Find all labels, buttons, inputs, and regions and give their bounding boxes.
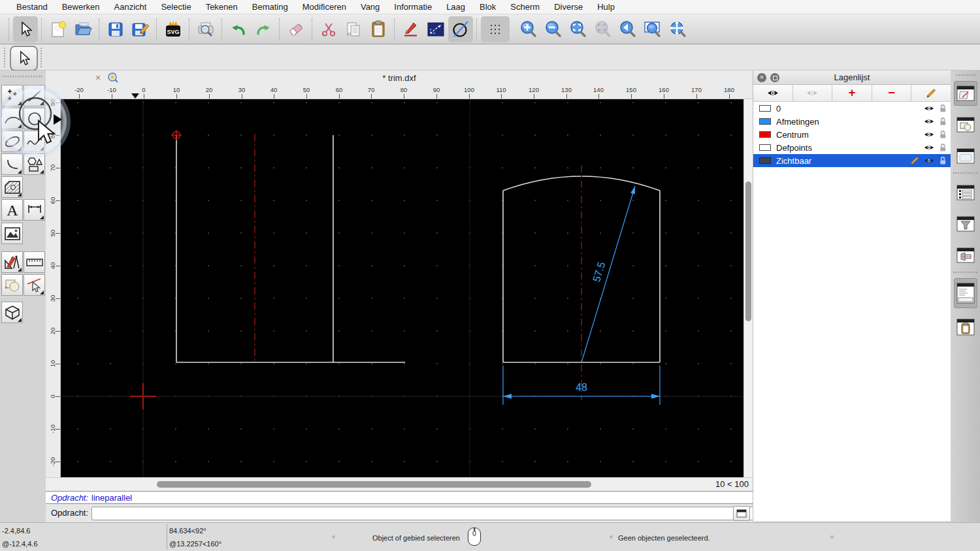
solid-3d-tool-button[interactable] <box>1 302 23 323</box>
eye-icon[interactable] <box>924 105 934 112</box>
text-tool-button[interactable]: A <box>1 199 23 221</box>
polyline-tool-button[interactable] <box>1 153 23 175</box>
menu-blok[interactable]: Blok <box>472 0 503 14</box>
circle-tool-button[interactable] <box>448 16 473 42</box>
menu-diverse[interactable]: Diverse <box>547 0 590 14</box>
redo-button[interactable] <box>251 16 276 42</box>
image-tool-button[interactable] <box>1 223 23 244</box>
zoom-auto-button[interactable] <box>566 16 591 42</box>
layer-row-defpoints[interactable]: Defpoints <box>753 141 951 154</box>
eye-icon[interactable] <box>924 131 934 138</box>
layer-row-0[interactable]: 0 <box>753 102 951 115</box>
ruler-label: 80 <box>394 86 414 93</box>
horizontal-scrollbar[interactable]: 10 < 100 <box>46 477 753 491</box>
dock-layer-list-button[interactable] <box>954 81 977 106</box>
clipboard-icon <box>370 20 387 39</box>
layer-row-afmetingen[interactable]: Afmetingen <box>753 115 951 128</box>
delete-button[interactable] <box>284 16 308 42</box>
menu-scherm[interactable]: Scherm <box>503 0 547 14</box>
toolbar-drag-handle[interactable] <box>4 48 7 67</box>
horizontal-scrollbar-thumb[interactable] <box>157 481 591 488</box>
zoom-back-button[interactable] <box>615 16 640 42</box>
print-preview-button[interactable] <box>193 16 218 42</box>
vertical-scrollbar[interactable] <box>743 99 753 479</box>
menu-aanzicht[interactable]: Aanzicht <box>107 0 154 14</box>
remove-layer-button[interactable]: − <box>872 85 912 101</box>
undo-arrow-icon <box>229 21 248 38</box>
eye-icon[interactable] <box>924 157 934 164</box>
block-tool-button[interactable] <box>1 274 23 296</box>
active-select-tool-button[interactable] <box>10 46 38 71</box>
lock-icon[interactable] <box>939 143 947 152</box>
menu-informatie[interactable]: Informatie <box>387 0 439 14</box>
cad-drawing: 57.5 48 <box>61 99 743 477</box>
svg-text:+: + <box>346 32 350 38</box>
grid-toggle-button[interactable] <box>481 16 510 42</box>
menu-selectie[interactable]: Selectie <box>154 0 198 14</box>
lock-icon[interactable] <box>939 156 947 165</box>
palette-overflow-arrow[interactable] <box>54 114 62 125</box>
save-as-button[interactable] <box>128 16 153 42</box>
show-all-layers-button[interactable] <box>753 85 793 101</box>
vertical-scrollbar-thumb[interactable] <box>745 181 751 321</box>
menu-tekenen[interactable]: Tekenen <box>199 0 245 14</box>
paste-button[interactable] <box>366 16 391 42</box>
layer-row-zichtbaar-selected[interactable]: Zichtbaar <box>753 154 951 167</box>
menu-vang[interactable]: Vang <box>353 0 387 14</box>
measure-tool-button[interactable] <box>24 251 45 273</box>
menu-laag[interactable]: Laag <box>439 0 472 14</box>
cut-button[interactable]: + <box>316 16 341 42</box>
status-dot <box>830 535 834 539</box>
pen-properties-button[interactable] <box>399 16 423 42</box>
toolbar-drag-handle[interactable] <box>41 48 44 67</box>
dock-drag-handle[interactable] <box>956 74 975 76</box>
open-file-button[interactable] <box>71 16 95 42</box>
new-file-button[interactable] <box>46 16 71 42</box>
lock-icon[interactable] <box>939 117 947 126</box>
lock-icon[interactable] <box>939 104 947 113</box>
dock-block-list-button[interactable] <box>954 112 977 137</box>
dock-selection-filter-button[interactable] <box>954 212 977 236</box>
edit-layer-button[interactable] <box>911 85 951 101</box>
zoom-previous-button[interactable] <box>591 16 615 42</box>
pencil-icon[interactable] <box>910 156 919 165</box>
copy-button[interactable]: + <box>341 16 366 42</box>
undo-button[interactable] <box>226 16 251 42</box>
command-input[interactable] <box>91 507 783 520</box>
dock-clipboard-button[interactable] <box>954 315 977 339</box>
hide-all-layers-button[interactable] <box>793 85 833 101</box>
menu-bestand[interactable]: Bestand <box>9 0 55 14</box>
drawing-canvas[interactable]: 57.5 48 <box>61 99 743 477</box>
ruler-label: 180 <box>719 86 739 93</box>
palette-drag-handle[interactable] <box>3 76 42 77</box>
toolbar-separator <box>221 18 223 40</box>
shapes-tool-button[interactable] <box>24 153 45 175</box>
lock-icon[interactable] <box>939 130 947 139</box>
command-options-button[interactable] <box>733 506 750 521</box>
dock-view-list-button[interactable] <box>954 243 977 268</box>
add-layer-button[interactable]: + <box>832 85 872 101</box>
distance-tool-button[interactable] <box>423 16 448 42</box>
save-button[interactable] <box>103 16 128 42</box>
menu-bewerken[interactable]: Bewerken <box>55 0 107 14</box>
dock-command-line-button[interactable] <box>954 278 977 308</box>
eye-icon[interactable] <box>924 144 934 151</box>
menu-modificeren[interactable]: Modificeren <box>295 0 353 14</box>
zoom-window-button[interactable] <box>640 16 665 42</box>
eye-icon[interactable] <box>924 118 934 125</box>
zoom-in-button[interactable] <box>516 16 541 42</box>
dimension-tool-button[interactable] <box>24 199 45 221</box>
dock-property-list-button[interactable] <box>954 180 977 205</box>
menu-bemating[interactable]: Bemating <box>245 0 295 14</box>
zoom-pan-button[interactable] <box>665 16 690 42</box>
layer-row-centrum[interactable]: Centrum <box>753 128 951 141</box>
trim-tool-button[interactable] <box>24 274 45 296</box>
svg-export-button[interactable]: SVG <box>161 16 186 42</box>
select-tool-button[interactable] <box>13 16 38 42</box>
menu-hulp[interactable]: Hulp <box>590 0 622 14</box>
dock-library-browser-button[interactable] <box>954 144 977 168</box>
zoom-out-button[interactable] <box>541 16 566 42</box>
hatch-tool-button[interactable] <box>1 176 23 198</box>
modify-tool-button[interactable] <box>1 251 23 273</box>
ruler-label: 10 <box>167 86 186 93</box>
